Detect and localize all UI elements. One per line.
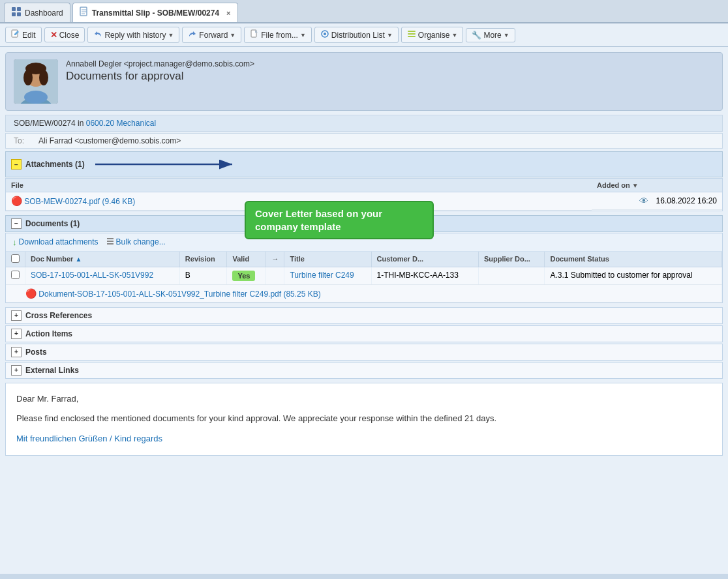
distribution-list-button[interactable]: Distribution List ▼ bbox=[314, 27, 399, 43]
grid-icon bbox=[11, 7, 22, 19]
tab-transmittal-label: Transmittal Slip - SOB/MEW/00274 bbox=[92, 8, 219, 18]
wrench-icon: 🔧 bbox=[472, 31, 481, 40]
documents-collapse-btn[interactable]: − bbox=[11, 218, 22, 229]
posts-title: Posts bbox=[25, 348, 47, 357]
svg-rect-13 bbox=[408, 33, 416, 35]
action-items-collapse-btn[interactable]: + bbox=[11, 329, 22, 339]
checkbox-col-header bbox=[6, 252, 25, 267]
letter-closing: Mit freundlichen Grüßen / Kind regards bbox=[16, 432, 712, 446]
distribution-icon bbox=[320, 29, 329, 40]
select-all-checkbox[interactable] bbox=[11, 254, 20, 263]
svg-rect-14 bbox=[408, 36, 416, 37]
valid-col-header: Valid bbox=[227, 252, 266, 267]
main-content: Annabell Degler <project.manager@demo.so… bbox=[0, 47, 728, 574]
letter-section: Dear Mr. Farrad, Please find enclosed th… bbox=[5, 383, 723, 456]
doc-number-col-header: Doc Number ▲ bbox=[25, 252, 180, 267]
arrow-col-header: → bbox=[266, 252, 284, 267]
valid-badge: Yes bbox=[232, 271, 255, 281]
doc-attachment-link[interactable]: Dokument-SOB-17-105-001-ALL-SK-051V992_T… bbox=[38, 290, 320, 299]
letter-body: Please find enclosed the mentioned docum… bbox=[16, 412, 712, 426]
email-header: Annabell Degler <project.manager@demo.so… bbox=[5, 52, 723, 111]
svg-point-21 bbox=[24, 91, 48, 104]
doc-number-link[interactable]: SOB-17-105-001-ALL-SK-051V992 bbox=[31, 271, 153, 280]
more-button[interactable]: 🔧 More ▼ bbox=[466, 28, 515, 42]
download-attachments-btn[interactable]: ↓ Download attachments bbox=[12, 237, 99, 247]
toolbar: Edit ✕ Close Reply with history ▼ Forwar… bbox=[0, 23, 728, 47]
svg-point-19 bbox=[23, 70, 33, 85]
customer-d-col-header: Customer D... bbox=[371, 252, 478, 267]
attachments-header[interactable]: − Attachments (1) bbox=[5, 151, 723, 177]
doc-status-cell: A.3.1 Submitted to customer for approval bbox=[545, 267, 722, 284]
external-links-title: External Links bbox=[25, 366, 79, 375]
forward-button[interactable]: Forward ▼ bbox=[182, 27, 241, 43]
callout-box: Cover Letter based on your company templ… bbox=[245, 201, 434, 239]
supplier-do-col-header: Supplier Do... bbox=[478, 252, 545, 267]
attachments-collapse-btn[interactable]: − bbox=[11, 159, 22, 170]
avatar bbox=[14, 59, 58, 104]
to-value: Ali Farrad <customer@demo.sobis.com> bbox=[38, 136, 181, 145]
title-cell: Turbine filter C249 bbox=[284, 267, 371, 284]
dist-dropdown-icon: ▼ bbox=[387, 32, 393, 38]
edit-icon bbox=[11, 29, 20, 40]
tab-transmittal[interactable]: Transmittal Slip - SOB/MEW/00274 × bbox=[72, 3, 238, 22]
bulk-icon bbox=[106, 237, 114, 247]
doc-checkbox-cell bbox=[6, 267, 25, 284]
title-col-header: Title bbox=[284, 252, 371, 267]
cross-references-title: Cross References bbox=[25, 311, 92, 320]
collapsible-sections: + Cross References + Action Items + Post… bbox=[5, 307, 723, 379]
reply-history-button[interactable]: Reply with history ▼ bbox=[87, 27, 179, 43]
tab-dashboard-label: Dashboard bbox=[25, 8, 63, 18]
svg-point-20 bbox=[39, 70, 48, 85]
svg-rect-24 bbox=[107, 238, 114, 239]
organise-button[interactable]: Organise ▼ bbox=[401, 27, 464, 43]
bulk-change-btn[interactable]: Bulk change... bbox=[106, 237, 166, 247]
callout-text: Cover Letter based on your company templ… bbox=[255, 208, 382, 232]
action-items-title: Action Items bbox=[25, 329, 72, 338]
tab-dashboard[interactable]: Dashboard bbox=[4, 3, 70, 22]
documents-title: Documents (1) bbox=[25, 219, 80, 228]
file-from-button[interactable]: File from... ▼ bbox=[244, 27, 312, 43]
posts-collapse-btn[interactable]: + bbox=[11, 347, 22, 357]
sort-asc-icon: ▲ bbox=[75, 256, 82, 263]
file-icon bbox=[250, 29, 259, 40]
posts-header[interactable]: + Posts bbox=[5, 344, 723, 361]
supplier-do-cell bbox=[478, 267, 545, 284]
svg-rect-26 bbox=[107, 243, 114, 245]
close-icon: ✕ bbox=[50, 30, 57, 40]
reply-dropdown-icon: ▼ bbox=[168, 32, 174, 38]
document-row: SOB-17-105-001-ALL-SK-051V992 B Yes Turb… bbox=[6, 267, 722, 284]
doc-attachment-cell: 🔴 Dokument-SOB-17-105-001-ALL-SK-051V992… bbox=[6, 284, 722, 302]
cross-ref-collapse-btn[interactable]: + bbox=[11, 310, 22, 321]
action-items-header[interactable]: + Action Items bbox=[5, 325, 723, 342]
preview-icon[interactable]: 👁 bbox=[639, 196, 648, 206]
svg-rect-1 bbox=[17, 7, 21, 11]
tab-bar: Dashboard Transmittal Slip - SOB/MEW/002… bbox=[0, 0, 728, 23]
close-button[interactable]: ✕ Close bbox=[44, 27, 85, 42]
transfer-cell bbox=[266, 267, 284, 284]
callout-arrow-svg bbox=[95, 155, 245, 174]
attachment-link[interactable]: SOB-MEW-00274.pdf (9.46 KB) bbox=[24, 197, 135, 206]
ref-link[interactable]: 0600.20 Mechanical bbox=[86, 119, 156, 128]
doc-checkbox[interactable] bbox=[11, 271, 20, 279]
more-dropdown-icon: ▼ bbox=[504, 32, 509, 38]
external-links-header[interactable]: + External Links bbox=[5, 362, 723, 379]
reference-line: SOB/MEW/00274 in 0600.20 Mechanical bbox=[5, 115, 723, 132]
svg-rect-3 bbox=[17, 12, 21, 16]
file-dropdown-icon: ▼ bbox=[300, 32, 306, 38]
customer-d-cell: 1-THI-MB-KCC-AA-133 bbox=[371, 267, 478, 284]
to-line: To: Ali Farrad <customer@demo.sobis.com> bbox=[5, 133, 723, 149]
doc-pdf-icon: 🔴 bbox=[25, 288, 37, 299]
letter-greeting: Dear Mr. Farrad, bbox=[16, 393, 712, 406]
edit-button[interactable]: Edit bbox=[5, 27, 42, 43]
title-link[interactable]: Turbine filter C249 bbox=[290, 271, 354, 280]
svg-rect-12 bbox=[408, 31, 416, 32]
svg-rect-0 bbox=[12, 7, 16, 11]
forward-icon bbox=[188, 29, 197, 40]
external-links-collapse-btn[interactable]: + bbox=[11, 365, 22, 376]
organise-icon bbox=[407, 29, 416, 40]
forward-dropdown-icon: ▼ bbox=[230, 32, 235, 38]
cross-references-header[interactable]: + Cross References bbox=[5, 307, 723, 324]
tab-close-icon[interactable]: × bbox=[226, 9, 230, 17]
sender-info: Annabell Degler <project.manager@demo.so… bbox=[66, 59, 714, 83]
email-subject: Documents for approval bbox=[66, 70, 714, 83]
